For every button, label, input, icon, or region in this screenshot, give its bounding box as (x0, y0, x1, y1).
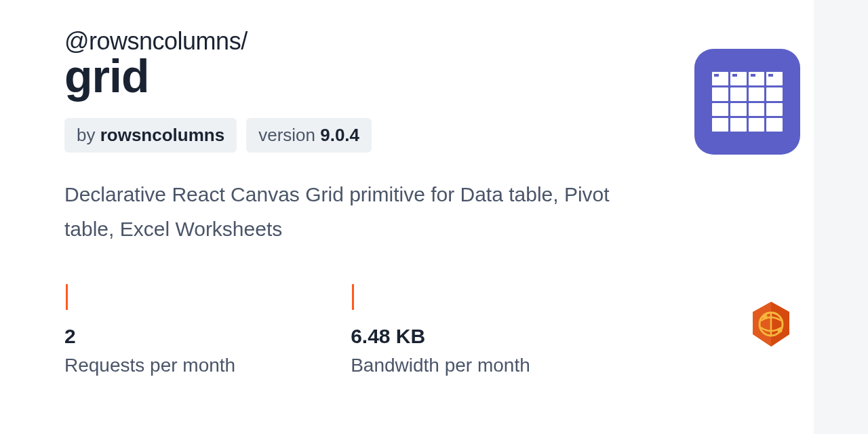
stat-tick-icon (66, 284, 68, 310)
author-prefix: by (77, 125, 100, 145)
package-card: @rowsncolumns/ grid by rowsncolumns vers… (0, 0, 868, 403)
author-name: rowsncolumns (100, 125, 224, 145)
badges-row: by rowsncolumns version 9.0.4 (64, 118, 804, 153)
version-badge[interactable]: version 9.0.4 (246, 118, 372, 153)
package-grid-icon (694, 49, 800, 155)
version-value: 9.0.4 (320, 125, 359, 145)
jsdelivr-logo-icon (750, 300, 792, 348)
svg-point-3 (778, 328, 783, 333)
stats-row: 2 Requests per month 6.48 KB Bandwidth p… (64, 284, 804, 376)
stat-bandwidth: 6.48 KB Bandwidth per month (351, 284, 530, 376)
package-scope: @rowsncolumns/ (64, 27, 804, 56)
package-description: Declarative React Canvas Grid primitive … (64, 177, 620, 246)
stat-requests: 2 Requests per month (64, 284, 235, 376)
stat-bandwidth-label: Bandwidth per month (351, 355, 530, 376)
author-badge[interactable]: by rowsncolumns (64, 118, 237, 153)
package-name: grid (64, 53, 804, 99)
stat-requests-label: Requests per month (64, 355, 235, 376)
stat-requests-value: 2 (64, 325, 235, 348)
stat-bandwidth-value: 6.48 KB (351, 325, 530, 348)
version-prefix: version (258, 125, 320, 145)
svg-point-2 (763, 315, 768, 319)
stat-tick-icon (352, 284, 354, 310)
